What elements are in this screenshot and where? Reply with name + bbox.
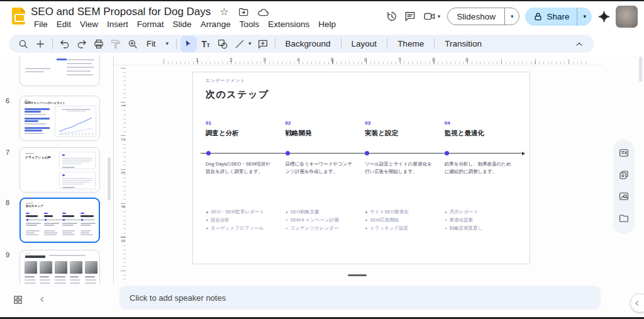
chevron-down-icon[interactable]: ▾ (248, 41, 252, 47)
paint-format-icon[interactable] (108, 36, 124, 52)
zoom-value: Fit (147, 39, 155, 48)
step-3: 03 実装と設定 (365, 120, 434, 138)
templates-panel-icon[interactable] (618, 147, 630, 161)
step-4: 04 監視と最適化 (445, 120, 514, 138)
chevron-down-icon: ▾ (511, 14, 514, 20)
share-button[interactable]: Share (525, 8, 577, 26)
menu-file[interactable]: File (30, 19, 52, 30)
menu-format[interactable]: Format (133, 19, 169, 30)
meet-call-control[interactable]: ▾ (422, 10, 442, 23)
redo-button[interactable] (74, 36, 90, 52)
speaker-notes-placeholder: Click to add speaker notes (130, 293, 226, 303)
print-button[interactable] (91, 36, 107, 52)
side-panel-rail (613, 140, 635, 234)
insert-line-button[interactable] (231, 36, 248, 52)
menu-extensions[interactable]: Extensions (264, 19, 314, 30)
step-headings: 01 調査と分析 02 戦略開発 03 実装と設定 04 監視と最適化 (206, 120, 524, 138)
slide-thumbnail-5[interactable] (19, 55, 100, 86)
toolbar-divider (387, 38, 387, 49)
timeline-dot (206, 151, 211, 155)
document-title[interactable]: SEO and SEM Proposal for Dog Days (31, 6, 211, 18)
search-menus-icon[interactable] (15, 36, 31, 52)
toolbar-divider (275, 38, 275, 49)
star-icon[interactable]: ☆ (218, 6, 230, 18)
slide-page[interactable]: エンゲージメント 次のステップ 01 調査と分析 02 戦略開発 03 実装と設… (192, 72, 530, 264)
timeline-arrow (201, 153, 525, 154)
notes-resize-handle[interactable] (348, 274, 367, 276)
cloud-status-icon[interactable] (257, 6, 269, 18)
hide-menus-icon[interactable] (571, 36, 587, 52)
slide-number: 7 (6, 148, 9, 156)
insert-comment-button[interactable] (255, 36, 271, 52)
share-options-button[interactable]: ▾ (577, 8, 592, 26)
transition-button[interactable]: Transition (438, 39, 488, 48)
ruler-divider (114, 65, 603, 65)
slideshow-options-button[interactable]: ▾ (504, 8, 519, 25)
image-search-panel-icon[interactable] (618, 191, 630, 204)
slide-number: 6 (6, 97, 9, 104)
version-history-icon[interactable] (386, 10, 398, 23)
menu-arrange[interactable]: Arrange (196, 19, 235, 30)
menu-view[interactable]: View (75, 19, 103, 30)
app-header: SEO and SEM Proposal for Dog Days ☆ File… (0, 1, 644, 31)
slide-number: 8 (6, 199, 9, 206)
toolbar-divider (341, 38, 341, 49)
slide-eyebrow: エンゲージメント (206, 78, 245, 84)
horizontal-ruler: 1 2 3 4 5 6 7 8 9 (164, 58, 586, 64)
insert-shape-button[interactable] (214, 36, 231, 52)
undo-button[interactable] (57, 36, 73, 52)
slideshow-button[interactable]: Slideshow (448, 8, 504, 25)
canvas-scrollbar[interactable] (639, 57, 642, 82)
grid-view-icon[interactable] (13, 294, 24, 306)
new-slide-button[interactable] (32, 36, 48, 52)
select-tool-button[interactable] (180, 36, 197, 52)
chevron-down-icon: ▾ (165, 41, 169, 47)
chevron-down-icon: ▾ (438, 14, 441, 20)
toolbar-divider (52, 38, 53, 49)
filmstrip-scrollbar[interactable] (108, 157, 111, 200)
gemini-sparkle-icon[interactable] (597, 10, 610, 23)
menu-help[interactable]: Help (314, 19, 340, 30)
folder-panel-icon[interactable] (618, 213, 630, 227)
slide-thumbnail-9[interactable] (19, 250, 100, 284)
header-actions: ▾ Slideshow ▾ Share ▾ (386, 5, 638, 28)
timeline-dot (445, 151, 449, 155)
menu-tools[interactable]: Tools (235, 19, 264, 30)
zoom-select[interactable]: Fit ▾ (142, 39, 172, 48)
step-1: 01 調査と分析 (206, 120, 275, 138)
slide-thumbnail-6[interactable]: SEMキャンペーンのハイライト (19, 96, 100, 141)
menu-edit[interactable]: Edit (52, 19, 75, 30)
show-side-panel-button[interactable] (630, 293, 644, 313)
slide-thumbnail-7[interactable]: クライアントの声 (19, 147, 100, 193)
toolbar-divider (434, 38, 435, 49)
toolbar-divider (176, 38, 177, 49)
comments-icon[interactable] (404, 10, 416, 23)
toolbar-row: Fit ▾ Tт ▾ Background Layout (0, 31, 644, 55)
share-button-group: Share ▾ (525, 8, 592, 26)
menu-insert[interactable]: Insert (103, 19, 133, 30)
google-slides-app: SEO and SEM Proposal for Dog Days ☆ File… (0, 0, 644, 319)
speaker-notes-input[interactable]: Click to add speaker notes (119, 286, 601, 310)
photos-panel-icon[interactable] (618, 169, 630, 183)
theme-button[interactable]: Theme (391, 39, 430, 48)
zoom-in-icon[interactable] (125, 36, 141, 52)
menu-slide[interactable]: Slide (169, 19, 196, 30)
slide-number: 9 (6, 251, 9, 259)
background-button[interactable]: Background (279, 39, 337, 48)
collapse-filmstrip-icon[interactable] (38, 295, 48, 305)
slideshow-button-group: Slideshow ▾ (447, 8, 519, 25)
vertical-ruler: 1 2 3 4 5 (119, 68, 126, 282)
timeline-dot (286, 151, 290, 155)
step-deliverables: SEO・SEM監査レポート 競合分析 ターゲットプロフィール SEO戦略文書 S… (206, 208, 524, 232)
move-folder-icon[interactable] (237, 6, 250, 18)
account-avatar[interactable] (616, 6, 638, 28)
text-box-button[interactable]: Tт (197, 36, 214, 52)
menubar: File Edit View Insert Format Slide Arran… (30, 19, 340, 30)
layout-button[interactable]: Layout (345, 39, 384, 48)
slide-thumbnail-8[interactable]: 次のステップ (19, 198, 100, 243)
timeline-dot (365, 151, 369, 155)
filmstrip: 6 SEMキャンペーンのハイライト (0, 55, 114, 284)
toolbar: Fit ▾ Tт ▾ Background Layout (9, 35, 594, 53)
slides-logo-icon[interactable] (12, 8, 25, 25)
share-button-label: Share (547, 12, 569, 21)
